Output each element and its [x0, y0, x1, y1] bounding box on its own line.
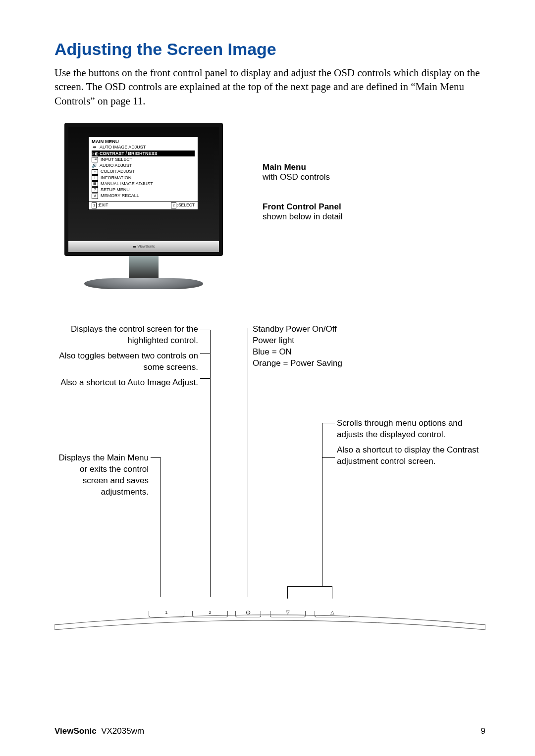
osd-item: INFORMATION	[101, 175, 131, 181]
monitor-chin: ViewSonic	[68, 241, 219, 252]
manual-adjust-icon: ▦	[92, 181, 98, 187]
caption-front-panel-title: Front Control Panel	[263, 202, 343, 212]
information-icon: i	[92, 175, 98, 181]
button-2-label: 2	[193, 610, 227, 615]
down-icon: ▽	[270, 610, 305, 615]
front-control-bar: 1 2 ⏻ ▽ △	[54, 601, 485, 631]
up-icon: △	[315, 610, 350, 615]
osd-item: CONTRAST / BRIGHTNESS	[100, 151, 158, 156]
color-adjust-icon: ≡	[92, 169, 98, 175]
caption-main-menu-sub: with OSD controls	[263, 172, 343, 182]
monitor-illustration: MAIN MENU ⇹AUTO IMAGE ADJUST ☼◐CONTRAST …	[64, 123, 223, 289]
osd-item: MEMORY RECALL	[101, 193, 139, 199]
footer-brand: ViewSonic VX2035wm	[54, 726, 144, 736]
caption-main-menu-title: Main Menu	[263, 162, 343, 172]
osd-item: MANUAL IMAGE ADJUST	[101, 181, 153, 187]
panel-button-2[interactable]: 2	[192, 611, 228, 617]
panel-button-up[interactable]: △	[315, 611, 350, 617]
footer-page-number: 9	[481, 726, 485, 736]
osd-title: MAIN MENU	[89, 137, 198, 145]
setup-menu-icon: ?	[92, 187, 98, 193]
panel-button-1[interactable]: 1	[149, 611, 184, 617]
panel-button-power[interactable]: ⏻	[235, 611, 261, 617]
audio-icon: 🔊	[92, 163, 97, 168]
monitor-base	[84, 278, 203, 289]
auto-adjust-icon: ⇹	[92, 146, 97, 150]
power-icon: ⏻	[236, 610, 261, 615]
osd-item: SETUP MENU	[101, 187, 130, 193]
brightness-icon: ☼◐	[92, 151, 97, 156]
callout-arrows: Scrolls through menu options and adjusts…	[337, 418, 485, 467]
osd-exit-label: :EXIT	[98, 202, 108, 207]
osd-item: INPUT SELECT	[101, 157, 132, 162]
page-title: Adjusting the Screen Image	[54, 40, 485, 59]
osd-window: MAIN MENU ⇹AUTO IMAGE ADJUST ☼◐CONTRAST …	[88, 137, 198, 210]
osd-select-key: 2	[171, 202, 176, 208]
osd-exit-key: 1	[92, 202, 97, 208]
monitor-neck	[129, 256, 159, 278]
input-select-icon: ⇥	[92, 157, 98, 162]
osd-item: COLOR ADJUST	[101, 169, 135, 174]
panel-button-down[interactable]: ▽	[270, 611, 306, 617]
callout-button-2: Displays the control screen for the high…	[54, 324, 198, 389]
button-1-label: 1	[149, 610, 184, 615]
callout-button-1: Displays the Main Menu or exits the cont…	[54, 453, 149, 498]
caption-front-panel-sub: shown below in detail	[263, 212, 343, 222]
memory-recall-icon: ↺	[92, 194, 98, 199]
osd-select-label: :SELECT	[177, 202, 195, 207]
osd-item: AUTO IMAGE ADJUST	[100, 145, 146, 150]
osd-item: AUDIO ADJUST	[100, 163, 132, 168]
callout-power: Standby Power On/Off Power light Blue = …	[253, 324, 401, 369]
intro-paragraph: Use the buttons on the front control pan…	[54, 66, 485, 108]
